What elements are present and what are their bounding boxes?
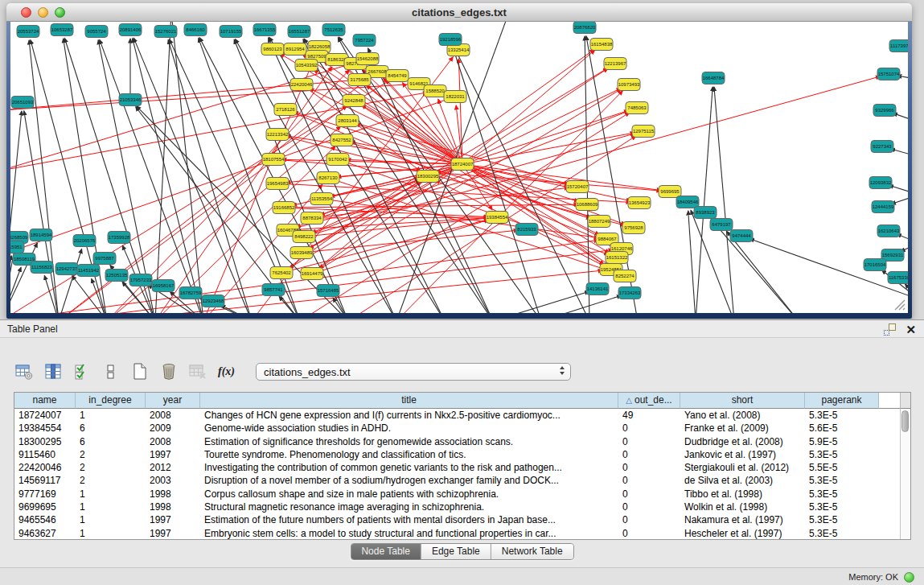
graph-edge[interactable] bbox=[312, 220, 488, 274]
graph-edge[interactable] bbox=[493, 291, 589, 313]
scrollbar-thumb[interactable] bbox=[901, 410, 909, 432]
table-cell[interactable]: Hescheler et al. (1997) bbox=[680, 527, 805, 540]
float-panel-icon[interactable] bbox=[884, 323, 896, 336]
table-cell[interactable]: Genome-wide association studies in ADHD. bbox=[200, 422, 618, 435]
graph-node[interactable]: 20206576 bbox=[73, 235, 96, 247]
column-header-pagerank[interactable]: pagerank bbox=[805, 393, 879, 409]
column-header-out_de[interactable]: △out_de... bbox=[618, 393, 680, 409]
table-cell[interactable]: 5.3E-5 bbox=[805, 488, 879, 501]
graph-node[interactable]: 16551287 bbox=[288, 26, 310, 38]
graph-node[interactable]: 8912954 bbox=[284, 43, 306, 56]
close-panel-icon[interactable]: ✕ bbox=[906, 323, 916, 336]
network-canvas[interactable]: 1872400718300295193845549860123891295418… bbox=[10, 22, 908, 313]
table-row[interactable]: 1456911722003Disruption of a novel membe… bbox=[14, 474, 910, 487]
table-cell[interactable]: 1997 bbox=[146, 513, 200, 526]
graph-node[interactable]: 7512635 bbox=[322, 24, 345, 36]
table-panel-header[interactable]: Table Panel ✕ bbox=[0, 320, 924, 338]
graph-node[interactable]: 8215933 bbox=[515, 224, 538, 236]
table-cell[interactable]: 9115460 bbox=[14, 448, 76, 461]
tab-edge-table[interactable]: Edge Table bbox=[421, 544, 491, 559]
table-cell[interactable]: 1 bbox=[76, 409, 146, 422]
graph-node[interactable]: 8252274 bbox=[614, 270, 636, 282]
graph-node[interactable]: 8427552 bbox=[331, 134, 353, 146]
vertical-scrollbar[interactable] bbox=[900, 409, 910, 539]
table-selector-dropdown[interactable]: citations_edges.txt bbox=[256, 363, 571, 381]
graph-node[interactable]: 9857741 bbox=[262, 284, 285, 296]
graph-node[interactable]: 1588520 bbox=[424, 85, 446, 97]
table-cell[interactable]: 2 bbox=[76, 474, 146, 487]
table-cell[interactable]: 2 bbox=[76, 448, 146, 461]
graph-node[interactable]: 19384554 bbox=[486, 212, 508, 224]
graph-edge[interactable] bbox=[361, 105, 462, 164]
graph-edge[interactable] bbox=[10, 59, 368, 171]
graph-node[interactable]: 7957224 bbox=[353, 35, 376, 47]
table-cell[interactable]: 6 bbox=[76, 435, 146, 448]
graph-node[interactable]: 8267130 bbox=[317, 172, 339, 184]
table-row[interactable]: 977716911998Corpus callosum shape and si… bbox=[14, 488, 910, 501]
table-cell[interactable]: 0 bbox=[618, 422, 680, 435]
graph-node[interactable]: 12975115 bbox=[632, 126, 655, 138]
graph-node[interactable]: 11353554 bbox=[310, 193, 333, 205]
table-cell[interactable]: 9463627 bbox=[14, 527, 76, 540]
graph-node[interactable]: 8454749 bbox=[386, 70, 409, 82]
graph-edge[interactable] bbox=[59, 106, 347, 313]
graph-node[interactable]: 15751074 bbox=[877, 68, 900, 80]
table-cell[interactable]: 0 bbox=[618, 527, 680, 540]
table-cell[interactable]: 5.3E-5 bbox=[805, 448, 879, 461]
graph-node[interactable]: 13654923 bbox=[628, 197, 651, 209]
graph-node[interactable]: 12942737 bbox=[55, 263, 78, 275]
table-cell[interactable]: 18724007 bbox=[14, 409, 76, 422]
table-cell[interactable]: Tourette syndrome. Phenomenology and cla… bbox=[200, 448, 618, 461]
table-cell[interactable]: 19384554 bbox=[14, 422, 76, 435]
table-cell[interactable]: Structural magnetic resonance image aver… bbox=[200, 501, 618, 513]
table-cell[interactable]: 2008 bbox=[146, 435, 200, 448]
graph-node[interactable]: 11451942 bbox=[77, 265, 100, 277]
table-cell[interactable]: Franke et al. (2009) bbox=[680, 422, 805, 435]
graph-node[interactable]: 18914594 bbox=[30, 229, 52, 241]
graph-edge[interactable] bbox=[312, 217, 488, 218]
table-cell[interactable]: 9699695 bbox=[14, 501, 76, 513]
table-cell[interactable]: 1998 bbox=[146, 501, 200, 513]
graph-edge[interactable] bbox=[10, 111, 22, 313]
function-builder-icon[interactable]: f(x) bbox=[216, 361, 237, 382]
table-cell[interactable]: 2012 bbox=[146, 461, 200, 474]
table-cell[interactable]: Jankovic et al. (1997) bbox=[680, 448, 805, 461]
graph-node[interactable]: 14136141 bbox=[586, 283, 609, 295]
table-cell[interactable]: 5.3E-5 bbox=[805, 513, 879, 526]
select-columns-icon[interactable] bbox=[42, 361, 64, 382]
graph-node[interactable]: 12923468 bbox=[202, 295, 224, 307]
table-cell[interactable]: 1 bbox=[76, 513, 146, 526]
graph-node[interactable]: 16210643 bbox=[877, 225, 900, 237]
tab-node-table[interactable]: Node Table bbox=[351, 544, 421, 559]
graph-node[interactable]: 22420046 bbox=[290, 79, 313, 91]
table-cell[interactable]: 0 bbox=[618, 474, 680, 487]
table-row[interactable]: 1938455462009Genome-wide association stu… bbox=[14, 422, 910, 435]
table-cell[interactable]: 1 bbox=[76, 488, 146, 501]
table-cell[interactable]: 0 bbox=[618, 488, 680, 501]
graph-node[interactable]: 9699695 bbox=[659, 186, 681, 198]
table-cell[interactable]: 5.3E-5 bbox=[805, 409, 879, 422]
table-cell[interactable]: Disruption of a novel member of a sodium… bbox=[200, 474, 618, 487]
column-header-year[interactable]: year bbox=[146, 393, 200, 409]
table-cell[interactable]: 2003 bbox=[146, 474, 200, 487]
graph-node[interactable]: 2803144 bbox=[336, 115, 359, 127]
table-row[interactable]: 1830029562008Estimation of significance … bbox=[14, 435, 910, 448]
select-all-icon[interactable] bbox=[71, 361, 92, 382]
graph-node[interactable]: 10719155 bbox=[220, 26, 242, 38]
graph-edge[interactable] bbox=[133, 38, 252, 313]
table-cell[interactable]: 2009 bbox=[146, 422, 200, 435]
graph-edge[interactable] bbox=[714, 87, 734, 313]
table-cell[interactable]: 0 bbox=[618, 435, 680, 448]
table-cell[interactable]: 5.3E-5 bbox=[805, 474, 879, 487]
graph-edge[interactable] bbox=[24, 111, 59, 313]
minimize-window-button[interactable] bbox=[38, 7, 48, 18]
table-cell[interactable]: de Silva et al. (2003) bbox=[680, 474, 805, 487]
graph-edge[interactable] bbox=[905, 284, 908, 299]
graph-node[interactable]: 3315951 bbox=[10, 241, 24, 253]
table-row[interactable]: 1872400712008Changes of HCN gene express… bbox=[14, 409, 910, 422]
graph-node[interactable]: 9227343 bbox=[871, 141, 893, 153]
table-row[interactable]: 946362711997Embryonic stem cells: a mode… bbox=[14, 527, 910, 540]
graph-node[interactable]: 6479197 bbox=[710, 219, 733, 231]
table-cell[interactable]: 5.3E-5 bbox=[805, 501, 879, 513]
graph-node[interactable]: 8878334 bbox=[301, 212, 323, 225]
